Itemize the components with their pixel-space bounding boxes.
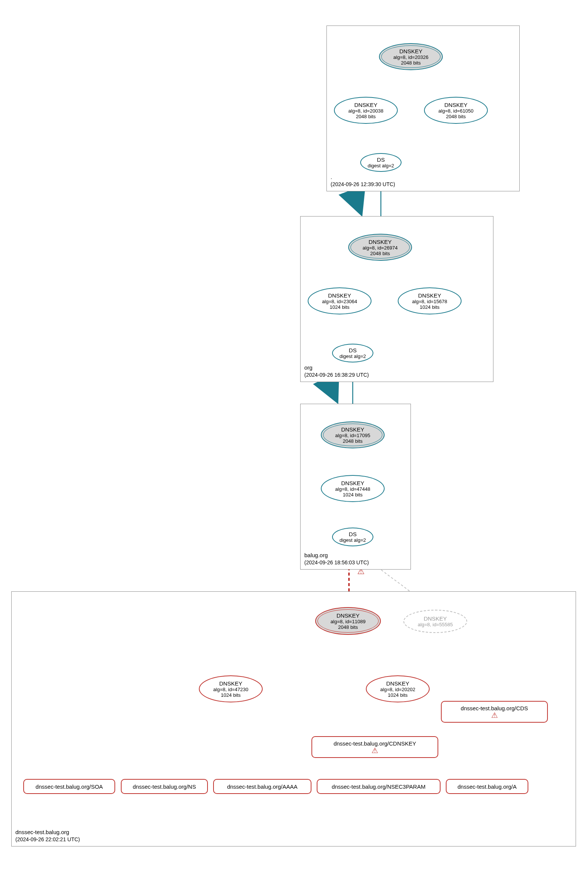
root-ds: DS digest alg=2 [360,153,402,172]
zone-org-label: org (2024-09-26 16:38:29 UTC) [304,364,369,379]
balug-ds: DS digest alg=2 [332,528,373,546]
balug-zsk-dnskey: DNSKEY alg=8, id=47448 1024 bits [321,475,385,502]
root-ksk-dnskey: DNSKEY alg=8, id=20326 2048 bits [379,43,443,70]
rr-cdnskey: dnssec-test.balug.org/CDNSKEY ⚠ [311,736,438,758]
rr-soa: dnssec-test.balug.org/SOA [23,779,115,794]
dnssec-test-zsk1-dnskey: DNSKEY alg=8, id=47230 1024 bits [199,675,263,702]
rr-aaaa: dnssec-test.balug.org/AAAA [213,779,311,794]
zone-name: dnssec-test.balug.org [15,828,80,836]
zone-timestamp: (2024-09-26 12:39:30 UTC) [331,181,395,188]
zone-dnssec-test-label: dnssec-test.balug.org (2024-09-26 22:02:… [15,828,80,843]
dnssec-test-ghost-dnskey: DNSKEY alg=8, id=55585 [403,610,467,633]
org-ksk-dnskey: DNSKEY alg=8, id=26974 2048 bits [348,234,412,261]
root-zsk1-dnskey: DNSKEY alg=8, id=20038 2048 bits [334,97,398,124]
warning-icon: ⚠ [371,747,378,754]
zone-balug-label: balug.org (2024-09-26 18:56:03 UTC) [304,552,369,566]
zone-timestamp: (2024-09-26 22:02:21 UTC) [15,836,80,843]
rr-ns: dnssec-test.balug.org/NS [121,779,208,794]
dnssec-diagram: ⚠ ⚠ . (2024-09-26 12:39:30 UTC) DNSKEY a… [0,0,588,878]
zone-timestamp: (2024-09-26 18:56:03 UTC) [304,559,369,566]
org-zsk1-dnskey: DNSKEY alg=8, id=23064 1024 bits [308,287,371,314]
org-zsk2-dnskey: DNSKEY alg=8, id=15678 1024 bits [398,287,462,314]
rr-nsec3param: dnssec-test.balug.org/NSEC3PARAM [317,779,441,794]
zone-name: balug.org [304,552,369,559]
dnssec-test-ksk-dnskey: DNSKEY alg=8, id=11089 2048 bits [315,607,381,635]
warning-icon: ⚠ [491,711,498,719]
dnssec-test-zsk2-dnskey: DNSKEY alg=8, id=20202 1024 bits [366,675,430,702]
balug-ksk-dnskey: DNSKEY alg=8, id=17095 2048 bits [321,421,385,448]
rr-cds: dnssec-test.balug.org/CDS ⚠ [441,701,548,723]
root-zsk2-dnskey: DNSKEY alg=8, id=61050 2048 bits [424,97,488,124]
zone-root-label: . (2024-09-26 12:39:30 UTC) [331,173,395,188]
zone-name: org [304,364,369,371]
zone-name: . [331,173,395,181]
org-ds: DS digest alg=2 [332,344,373,362]
rr-a: dnssec-test.balug.org/A [446,779,528,794]
zone-timestamp: (2024-09-26 16:38:29 UTC) [304,371,369,379]
